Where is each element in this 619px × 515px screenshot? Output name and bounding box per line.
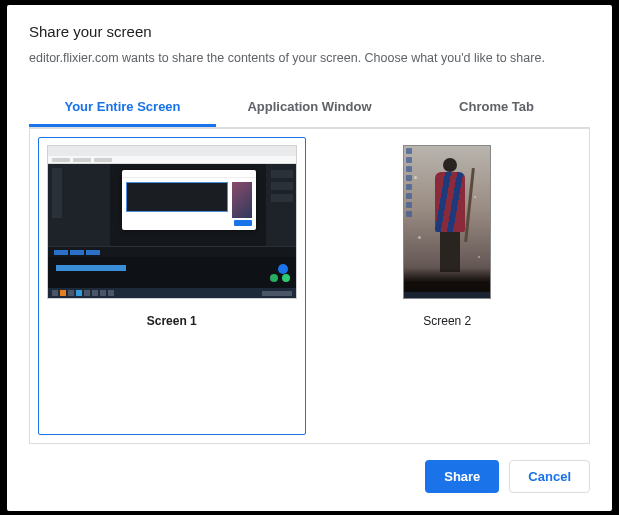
tab-chrome-tab[interactable]: Chrome Tab — [403, 87, 590, 127]
screen-1-thumbnail — [43, 142, 301, 302]
share-mode-tabs: Your Entire Screen Application Window Ch… — [29, 87, 590, 128]
cancel-button[interactable]: Cancel — [509, 460, 590, 493]
screen-1-label: Screen 1 — [147, 314, 197, 328]
dialog-header: Share your screen editor.flixier.com wan… — [7, 5, 612, 74]
share-button[interactable]: Share — [425, 460, 499, 493]
screen-option-1[interactable]: Screen 1 — [38, 137, 306, 435]
tab-entire-screen[interactable]: Your Entire Screen — [29, 87, 216, 127]
dialog-footer: Share Cancel — [7, 444, 612, 511]
screen-2-thumbnail — [319, 142, 577, 302]
screen-options-panel: Screen 1 Scre — [29, 128, 590, 444]
dialog-subtitle: editor.flixier.com wants to share the co… — [29, 50, 590, 68]
dialog-title: Share your screen — [29, 23, 590, 40]
share-screen-dialog: Share your screen editor.flixier.com wan… — [7, 5, 612, 511]
screen-option-2[interactable]: Screen 2 — [314, 137, 582, 435]
screen-2-label: Screen 2 — [423, 314, 471, 328]
tab-application-window[interactable]: Application Window — [216, 87, 403, 127]
